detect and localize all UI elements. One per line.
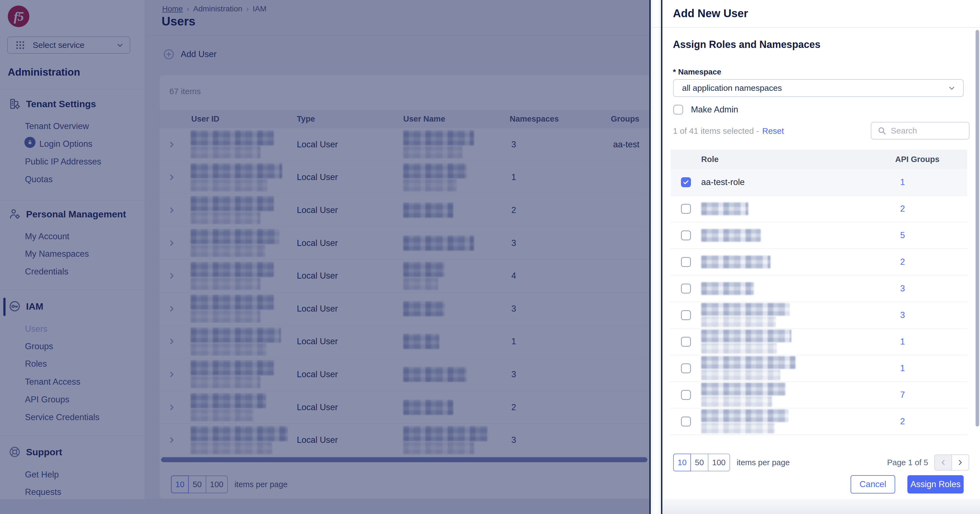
assign-roles-button[interactable]: Assign Roles (907, 475, 964, 493)
drawer-title: Add New User (673, 7, 748, 20)
previous-page-button[interactable] (934, 454, 952, 471)
modal-overlay (0, 0, 649, 514)
role-row[interactable]: 1 (671, 328, 967, 355)
divider (651, 27, 661, 28)
reset-link[interactable]: Reset (762, 126, 784, 136)
api-groups-count[interactable]: 1 (895, 363, 967, 373)
checkbox-unchecked-icon[interactable] (681, 390, 691, 400)
make-admin-checkbox[interactable]: Make Admin (673, 105, 738, 115)
redacted-role-name (701, 330, 791, 354)
items-per-page-label: items per page (737, 458, 790, 467)
redacted-role-name (701, 282, 754, 295)
redacted-role-name (701, 229, 761, 242)
divider (662, 27, 980, 28)
section-title: Assign Roles and Namespaces (673, 39, 820, 51)
redacted-role-name (701, 202, 748, 215)
next-page-button[interactable] (951, 454, 969, 471)
page-size-100[interactable]: 100 (708, 454, 730, 471)
checkbox-unchecked-icon[interactable] (681, 363, 691, 373)
chevron-down-icon (948, 84, 956, 92)
role-search[interactable] (871, 122, 969, 140)
drawer-footer: Cancel Assign Roles (662, 475, 980, 493)
checkbox-unchecked-icon[interactable] (681, 337, 691, 347)
cancel-button[interactable]: Cancel (851, 475, 895, 493)
api-groups-count[interactable]: 2 (895, 257, 967, 267)
api-groups-count[interactable]: 3 (895, 284, 967, 293)
column-header-api-groups: API Groups (895, 155, 967, 164)
checkbox-unchecked-icon[interactable] (681, 310, 691, 320)
page-size-10[interactable]: 10 (673, 454, 691, 471)
namespace-label: * Namespace (673, 68, 721, 76)
checkbox-unchecked-icon[interactable] (673, 105, 683, 115)
namespace-select-value: all application namespaces (682, 83, 948, 93)
role-name: aa-test-role (701, 177, 895, 187)
role-row[interactable]: 5 (671, 222, 967, 249)
role-row[interactable]: 3 (671, 302, 967, 328)
redacted-role-name (701, 255, 770, 268)
api-groups-count[interactable]: 2 (895, 204, 967, 214)
checkbox-unchecked-icon[interactable] (681, 204, 691, 214)
column-header-role: Role (701, 155, 895, 164)
make-admin-label: Make Admin (691, 105, 738, 115)
page-size-50[interactable]: 50 (690, 454, 708, 471)
add-new-user-drawer: Add New User Assign Roles and Namespaces… (662, 0, 980, 514)
namespace-select[interactable]: all application namespaces (673, 79, 964, 97)
role-row[interactable]: 2 (671, 249, 967, 275)
drawer-bottom-strip (662, 499, 980, 514)
role-row[interactable]: 3 (671, 275, 967, 302)
api-groups-count[interactable]: 1 (895, 177, 967, 187)
redacted-role-name (701, 303, 790, 327)
role-row[interactable]: aa-test-role 1 (671, 169, 967, 195)
api-groups-count[interactable]: 1 (895, 337, 967, 347)
checkbox-checked-icon[interactable] (681, 177, 691, 187)
selection-row: 1 of 41 items selected - Reset (673, 122, 969, 140)
roles-table-header: Role API Groups (671, 149, 967, 169)
role-row[interactable]: 2 (671, 408, 967, 435)
role-row[interactable]: 1 (671, 355, 967, 382)
search-icon (877, 126, 886, 135)
drawer-resize-handle[interactable] (649, 0, 662, 514)
redacted-role-name (701, 356, 795, 380)
role-row[interactable]: 2 (671, 195, 967, 222)
api-groups-count[interactable]: 2 (895, 417, 967, 427)
checkbox-unchecked-icon[interactable] (681, 284, 691, 293)
api-groups-count[interactable]: 7 (895, 390, 967, 400)
checkbox-unchecked-icon[interactable] (681, 417, 691, 427)
drawer-scrollbar[interactable] (975, 30, 979, 427)
page-info: Page 1 of 5 (887, 458, 928, 467)
selection-summary: 1 of 41 items selected - (673, 126, 759, 136)
api-groups-count[interactable]: 3 (895, 310, 967, 320)
checkbox-unchecked-icon[interactable] (681, 230, 691, 240)
api-groups-count[interactable]: 5 (895, 230, 967, 240)
role-row[interactable]: 7 (671, 382, 967, 408)
roles-table: Role API Groups aa-test-role 1 2 5 (671, 149, 967, 435)
checkbox-unchecked-icon[interactable] (681, 257, 691, 267)
app-window: f5 Select service Administration Tenant … (0, 0, 980, 514)
redacted-role-name (701, 409, 789, 433)
drawer-pagination: 10 50 100 items per page Page 1 of 5 (673, 454, 969, 471)
search-input[interactable] (891, 126, 957, 135)
redacted-role-name (701, 383, 786, 407)
